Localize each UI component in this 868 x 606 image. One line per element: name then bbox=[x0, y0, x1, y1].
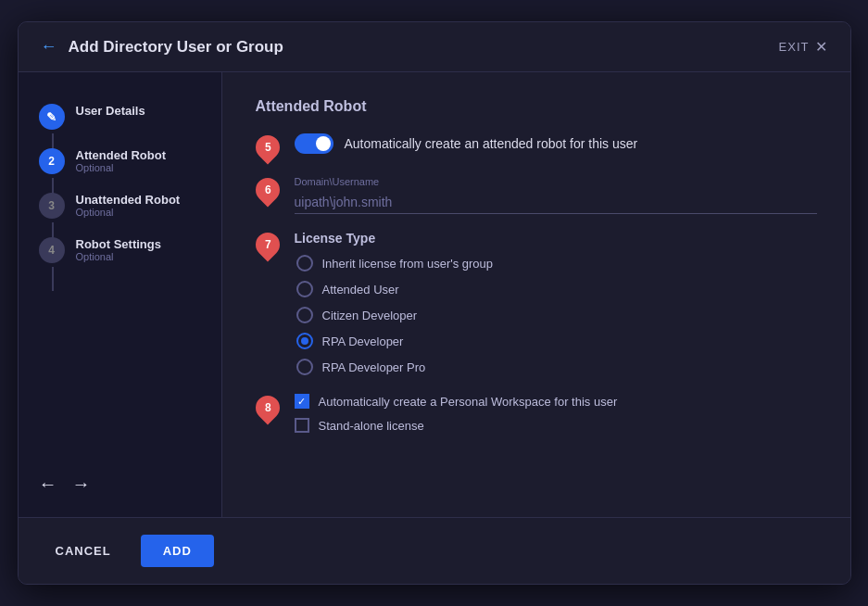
sidebar-item-attended-robot[interactable]: 2 Attended Robot Optional bbox=[33, 139, 207, 183]
nav-arrows: ← → bbox=[33, 459, 207, 495]
close-icon: ✕ bbox=[815, 38, 828, 56]
step-number-4: 4 bbox=[48, 244, 55, 257]
step-sub-3: Optional bbox=[76, 207, 181, 218]
checkbox-label-standalone: Stand-alone license bbox=[319, 419, 424, 433]
header-left: ← Add Directory User or Group bbox=[41, 37, 283, 57]
radio-circle-rpa bbox=[296, 333, 313, 349]
radio-rpa[interactable]: RPA Developer bbox=[296, 333, 817, 349]
checkbox-label-workspace: Automatically create a Personal Workspac… bbox=[319, 395, 618, 409]
radio-circle-inherit bbox=[296, 255, 313, 271]
nav-forward-button[interactable]: → bbox=[72, 473, 91, 495]
step-name-4: Robot Settings bbox=[76, 237, 161, 251]
radio-circle-rpa-pro bbox=[296, 359, 313, 375]
exit-label: EXIT bbox=[779, 40, 810, 54]
step-name-3: Unattended Robot bbox=[76, 193, 181, 207]
sidebar-item-unattended-robot[interactable]: 3 Unattended Robot Optional bbox=[33, 183, 207, 228]
radio-label-rpa-pro: RPA Developer Pro bbox=[322, 360, 426, 374]
sidebar: ✎ User Details 2 Attended Robot Optional bbox=[19, 72, 222, 517]
radio-rpa-pro[interactable]: RPA Developer Pro bbox=[296, 359, 817, 375]
cancel-button[interactable]: CANCEL bbox=[41, 535, 126, 567]
radio-circle-attended bbox=[296, 281, 313, 297]
form-row-8: 8 Automatically create a Personal Worksp… bbox=[256, 394, 817, 433]
modal-body: ✎ User Details 2 Attended Robot Optional bbox=[19, 72, 850, 517]
radio-attended[interactable]: Attended User bbox=[296, 281, 817, 297]
pencil-icon: ✎ bbox=[46, 110, 57, 124]
form-row-7: 7 License Type Inherit license from user… bbox=[256, 231, 817, 375]
main-content: Attended Robot 5 Automatically create an… bbox=[222, 72, 850, 517]
exit-button[interactable]: EXIT ✕ bbox=[779, 38, 828, 56]
step-number-2: 2 bbox=[48, 155, 55, 168]
domain-username-input[interactable] bbox=[295, 191, 817, 214]
domain-username-label: Domain\Username bbox=[295, 176, 817, 187]
step-name-2: Attended Robot bbox=[76, 148, 166, 162]
step-circle-4: 4 bbox=[39, 237, 65, 263]
toggle-label: Automatically create an attended robot f… bbox=[345, 136, 638, 151]
badge-8: 8 bbox=[250, 391, 284, 425]
badge-5: 5 bbox=[250, 131, 284, 165]
step-name-1: User Details bbox=[76, 104, 145, 118]
radio-label-inherit: Inherit license from user's group bbox=[322, 257, 494, 271]
nav-back-button[interactable]: ← bbox=[39, 473, 57, 495]
radio-label-attended: Attended User bbox=[322, 283, 399, 297]
radio-label-rpa: RPA Developer bbox=[322, 335, 404, 348]
section-title: Attended Robot bbox=[256, 98, 817, 115]
toggle-row: Automatically create an attended robot f… bbox=[295, 133, 817, 154]
badge-6: 6 bbox=[250, 173, 284, 208]
step-circle-1: ✎ bbox=[39, 104, 65, 130]
modal-container: ← Add Directory User or Group EXIT ✕ ✎ U… bbox=[18, 21, 851, 585]
checkbox-group: Automatically create a Personal Workspac… bbox=[295, 394, 817, 433]
step-sub-4: Optional bbox=[76, 251, 161, 262]
radio-citizen[interactable]: Citizen Developer bbox=[296, 307, 817, 323]
checkbox-box-workspace bbox=[295, 394, 309, 409]
radio-circle-citizen bbox=[296, 307, 313, 323]
license-radio-group: Inherit license from user's group Attend… bbox=[296, 255, 817, 375]
checkbox-standalone[interactable]: Stand-alone license bbox=[295, 418, 817, 433]
modal-header: ← Add Directory User or Group EXIT ✕ bbox=[19, 22, 850, 72]
sidebar-item-robot-settings[interactable]: 4 Robot Settings Optional bbox=[33, 228, 207, 272]
domain-username-field: Domain\Username bbox=[295, 176, 817, 214]
form-row-6: 6 Domain\Username bbox=[256, 176, 817, 214]
radio-inherit[interactable]: Inherit license from user's group bbox=[296, 255, 817, 271]
toggle-field: Automatically create an attended robot f… bbox=[295, 133, 817, 154]
license-type-label: License Type bbox=[295, 231, 817, 246]
back-arrow-icon[interactable]: ← bbox=[41, 37, 57, 57]
checkbox-workspace[interactable]: Automatically create a Personal Workspac… bbox=[295, 394, 817, 409]
badge-7: 7 bbox=[250, 228, 284, 262]
license-type-field: License Type Inherit license from user's… bbox=[295, 231, 817, 375]
step-sub-2: Optional bbox=[76, 162, 166, 173]
form-row-5: 5 Automatically create an attended robot… bbox=[256, 133, 817, 159]
step-circle-3: 3 bbox=[39, 193, 65, 219]
attended-robot-toggle[interactable] bbox=[295, 133, 333, 154]
sidebar-item-user-details[interactable]: ✎ User Details bbox=[33, 95, 207, 139]
checkbox-box-standalone bbox=[295, 418, 309, 433]
step-circle-2: 2 bbox=[39, 148, 65, 174]
radio-label-citizen: Citizen Developer bbox=[322, 309, 418, 322]
modal-title: Add Directory User or Group bbox=[69, 38, 283, 57]
add-button[interactable]: ADD bbox=[141, 535, 214, 567]
step-number-3: 3 bbox=[48, 199, 55, 212]
checkbox-field: Automatically create a Personal Workspac… bbox=[295, 394, 817, 433]
modal-footer: CANCEL ADD bbox=[19, 517, 850, 584]
